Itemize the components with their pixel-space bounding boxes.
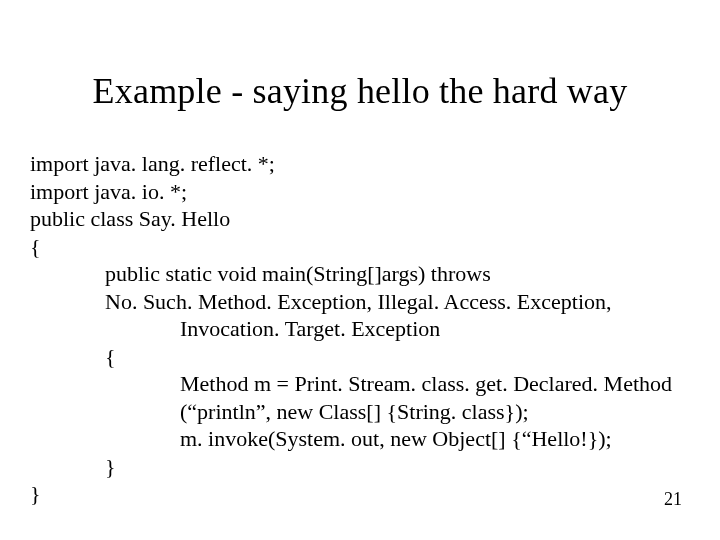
slide: Example - saying hello the hard way impo…: [0, 0, 720, 540]
code-line: }: [30, 453, 690, 481]
code-line: public static void main(String[]args) th…: [30, 260, 690, 288]
code-line: {: [30, 233, 690, 261]
code-line: (“println”, new Class[] {String. class})…: [30, 398, 690, 426]
code-line: {: [30, 343, 690, 371]
slide-title: Example - saying hello the hard way: [0, 70, 720, 112]
code-line: }: [30, 480, 690, 508]
page-number: 21: [664, 489, 682, 510]
code-block: import java. lang. reflect. *; import ja…: [30, 150, 690, 508]
code-line: public class Say. Hello: [30, 205, 690, 233]
code-line: Method m = Print. Stream. class. get. De…: [30, 370, 690, 398]
code-line: import java. io. *;: [30, 178, 690, 206]
code-line: No. Such. Method. Exception, Illegal. Ac…: [30, 288, 690, 316]
code-line: Invocation. Target. Exception: [30, 315, 690, 343]
code-line: import java. lang. reflect. *;: [30, 150, 690, 178]
code-line: m. invoke(System. out, new Object[] {“He…: [30, 425, 690, 453]
